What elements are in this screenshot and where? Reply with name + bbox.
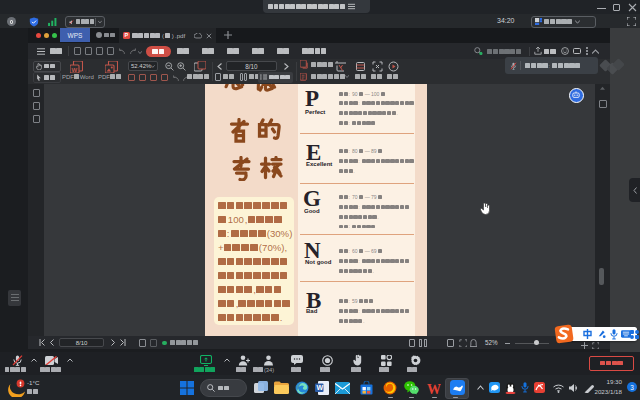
- svg-text:W: W: [427, 382, 441, 396]
- svg-text:W: W: [72, 66, 78, 72]
- svg-text:W: W: [316, 384, 323, 391]
